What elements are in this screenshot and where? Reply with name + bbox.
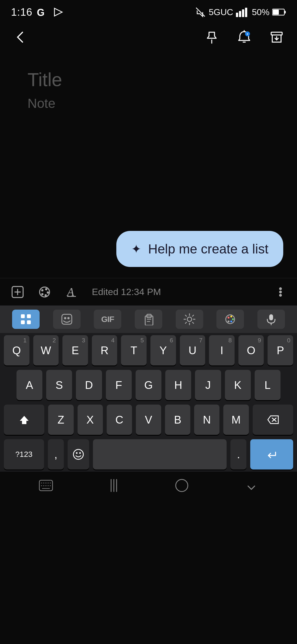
svg-point-23 — [47, 291, 49, 294]
svg-point-24 — [45, 294, 47, 296]
play-icon — [52, 7, 63, 18]
keyboard-palette-button[interactable] — [216, 310, 244, 329]
svg-rect-32 — [27, 314, 31, 318]
signal-icon — [236, 7, 249, 17]
key-f[interactable]: F — [106, 370, 132, 400]
key-q[interactable]: Q1 — [4, 335, 29, 365]
pin-button[interactable] — [202, 28, 221, 47]
svg-point-47 — [230, 321, 232, 323]
mute-icon — [195, 7, 206, 18]
key-h[interactable]: H — [165, 370, 191, 400]
svg-point-48 — [228, 321, 230, 323]
svg-point-28 — [279, 287, 282, 290]
key-l[interactable]: L — [255, 370, 280, 400]
keyboard-gif-button[interactable]: GIF — [94, 310, 121, 329]
battery-text: 50% — [252, 7, 270, 17]
svg-point-37 — [67, 317, 70, 319]
note-content-area[interactable]: Title Note ✦ Help me create a list — [0, 52, 297, 278]
key-d[interactable]: D — [76, 370, 102, 400]
svg-rect-34 — [27, 320, 31, 324]
key-p[interactable]: P0 — [268, 335, 293, 365]
svg-text:G: G — [37, 7, 45, 18]
keyboard-row-4: ?123 , . — [0, 437, 297, 472]
more-options-button[interactable] — [275, 285, 286, 299]
svg-point-45 — [230, 316, 232, 318]
svg-rect-4 — [239, 11, 241, 17]
key-j[interactable]: J — [195, 370, 221, 400]
ai-sparkle-icon: ✦ — [131, 242, 141, 256]
key-y[interactable]: Y6 — [150, 335, 176, 365]
symbols-button[interactable]: ?123 — [4, 439, 44, 470]
keyboard-mic-button[interactable] — [257, 310, 285, 329]
svg-rect-31 — [21, 314, 25, 318]
spacebar[interactable] — [93, 439, 227, 470]
svg-point-46 — [232, 318, 234, 320]
keyboard-clipboard-button[interactable] — [135, 310, 162, 329]
svg-point-25 — [41, 293, 43, 295]
keyboard-nav-button[interactable] — [39, 480, 53, 491]
svg-rect-6 — [245, 8, 247, 17]
bottom-toolbar: A Edited 12:34 PM — [0, 278, 297, 305]
text-format-button[interactable]: A — [65, 285, 78, 299]
keyboard-sticker-button[interactable] — [53, 310, 81, 329]
key-o[interactable]: O9 — [238, 335, 264, 365]
comma-key[interactable]: , — [48, 439, 64, 470]
back-nav-button[interactable] — [244, 478, 258, 493]
archive-button[interactable] — [267, 28, 286, 47]
key-r[interactable]: R4 — [92, 335, 117, 365]
backspace-button[interactable] — [253, 405, 293, 435]
note-title[interactable]: Title — [28, 69, 270, 90]
shift-button[interactable] — [4, 405, 44, 435]
key-t[interactable]: T5 — [121, 335, 147, 365]
status-right: 5GUC 50% — [195, 7, 286, 18]
key-g[interactable]: G — [136, 370, 161, 400]
key-x[interactable]: X — [78, 405, 103, 435]
key-w[interactable]: W2 — [33, 335, 59, 365]
keyboard-settings-button[interactable] — [176, 310, 203, 329]
gif-label: GIF — [101, 315, 114, 324]
back-button[interactable] — [11, 28, 30, 47]
svg-point-29 — [279, 291, 282, 293]
home-nav-button[interactable] — [175, 478, 189, 493]
svg-marker-1 — [54, 8, 62, 16]
top-bar: + — [0, 22, 297, 52]
svg-rect-15 — [271, 32, 282, 35]
recents-nav-button[interactable] — [108, 478, 119, 493]
palette-button[interactable] — [38, 285, 51, 299]
svg-point-44 — [228, 317, 230, 319]
key-k[interactable]: K — [225, 370, 251, 400]
reminder-button[interactable]: + — [235, 28, 254, 47]
key-v[interactable]: V — [136, 405, 161, 435]
note-area: Title Note — [14, 61, 283, 119]
svg-text:+: + — [246, 32, 249, 36]
ai-suggestion-bubble[interactable]: ✦ Help me create a list — [116, 231, 283, 267]
key-s[interactable]: S — [46, 370, 72, 400]
svg-point-36 — [64, 317, 66, 319]
emoji-button[interactable] — [68, 439, 89, 470]
key-u[interactable]: U7 — [180, 335, 205, 365]
enter-button[interactable] — [250, 439, 293, 470]
note-body[interactable]: Note — [28, 96, 270, 111]
svg-point-21 — [41, 289, 43, 291]
keyboard-row-1: Q1 W2 E3 R4 T5 Y6 U7 I8 O9 P0 — [0, 333, 297, 368]
key-c[interactable]: C — [107, 405, 132, 435]
keyboard-grid-button[interactable] — [12, 310, 40, 329]
svg-rect-33 — [21, 320, 25, 324]
key-n[interactable]: N — [194, 405, 219, 435]
svg-rect-3 — [236, 13, 238, 17]
period-key[interactable]: . — [230, 439, 246, 470]
key-i[interactable]: I8 — [209, 335, 235, 365]
keyboard: GIF — [0, 305, 297, 472]
key-b[interactable]: B — [165, 405, 190, 435]
key-e[interactable]: E3 — [62, 335, 88, 365]
svg-point-55 — [79, 452, 81, 454]
key-z[interactable]: Z — [48, 405, 73, 435]
nav-bar — [0, 472, 297, 499]
svg-rect-5 — [242, 9, 244, 17]
network-text: 5GUC — [209, 7, 233, 17]
key-a[interactable]: A — [16, 370, 42, 400]
svg-rect-35 — [62, 314, 72, 324]
key-m[interactable]: M — [223, 405, 249, 435]
add-item-button[interactable] — [11, 285, 24, 299]
svg-point-22 — [45, 288, 47, 290]
